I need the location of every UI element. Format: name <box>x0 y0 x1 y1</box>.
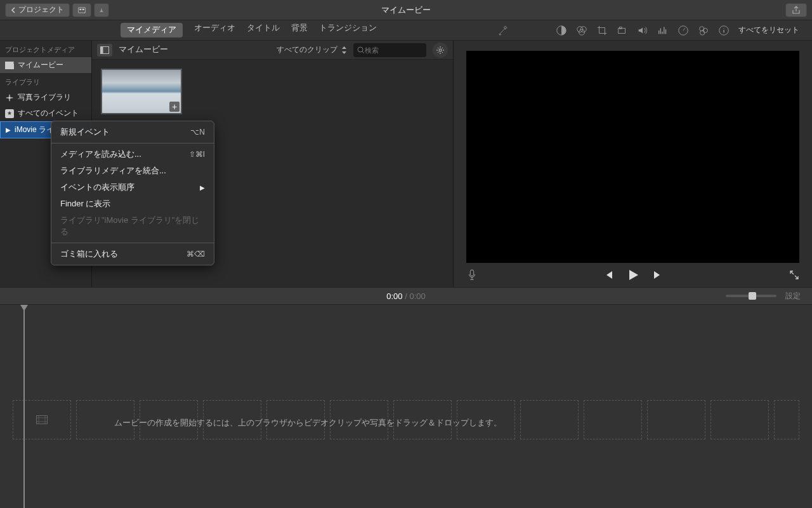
menu-new-event[interactable]: 新規イベント ⌥N <box>51 124 214 140</box>
timeline-drop-slot[interactable] <box>13 400 71 439</box>
updown-arrows-icon <box>341 46 347 54</box>
sidebar-label-photo: 写真ライブラリ <box>18 92 71 103</box>
back-to-projects-button[interactable]: プロジェクト <box>5 3 70 17</box>
timeline-settings-button[interactable]: 設定 <box>785 291 801 302</box>
menu-separator <box>51 243 214 243</box>
secondary-toolbar: マイメディア オーディオ タイトル 背景 トランジション すべてをリセット <box>0 20 812 41</box>
volume-icon[interactable] <box>637 25 648 36</box>
timeline-header: 0:00 / 0:00 設定 <box>0 287 812 305</box>
next-button[interactable] <box>653 270 663 280</box>
zoom-slider[interactable] <box>726 295 776 297</box>
menu-label: 新規イベント <box>60 126 110 138</box>
color-correction-icon[interactable] <box>576 25 587 36</box>
sidebar-item-photo-library[interactable]: 写真ライブラリ <box>0 90 91 105</box>
window-title: マイムービー <box>381 4 431 16</box>
menu-import-media[interactable]: メディアを読み込む... ⇧⌘I <box>51 146 214 163</box>
menu-consolidate[interactable]: ライブラリメディアを統合... <box>51 163 214 179</box>
svg-point-20 <box>358 47 363 52</box>
menu-shortcut: ⇧⌘I <box>189 150 205 159</box>
timeline-drop-slot[interactable] <box>584 400 642 439</box>
filmstrip-icon: ♪ <box>78 6 86 14</box>
tab-background[interactable]: 背景 <box>291 23 308 37</box>
current-time: 0:00 <box>386 291 402 301</box>
svg-point-21 <box>439 49 442 51</box>
flower-icon <box>5 93 14 102</box>
video-clip-thumbnail[interactable]: + <box>101 69 182 114</box>
download-arrow-icon <box>100 6 103 14</box>
menu-shortcut: ⌥N <box>190 128 205 137</box>
chevron-left-icon <box>11 7 16 13</box>
playhead[interactable] <box>23 305 25 508</box>
timeline-drop-slot[interactable] <box>710 400 769 439</box>
media-tabs: マイメディア オーディオ タイトル 背景 トランジション <box>121 23 377 37</box>
search-input[interactable] <box>365 46 409 54</box>
menu-label: ライブラリメディアを統合... <box>60 165 166 177</box>
share-button[interactable] <box>785 3 807 17</box>
top-toolbar: プロジェクト ♪ マイムービー <box>0 0 812 20</box>
fullscreen-button[interactable] <box>789 270 799 280</box>
browser-title: マイムービー <box>119 44 168 55</box>
timeline-drop-slot[interactable] <box>774 400 799 439</box>
menu-show-in-finder[interactable]: Finder に表示 <box>51 196 214 212</box>
menu-label: イベントの表示順序 <box>60 182 134 193</box>
clip-filter-dropdown[interactable]: すべてのクリップ <box>277 44 347 55</box>
filter-icon[interactable] <box>698 25 709 36</box>
reset-all-button[interactable]: すべてをリセット <box>738 25 799 36</box>
preview-viewport[interactable] <box>466 51 799 263</box>
submenu-arrow-icon: ▶ <box>200 184 205 191</box>
sidebar-label-all-events: すべてのイベント <box>18 108 79 119</box>
tab-transition[interactable]: トランジション <box>319 23 377 37</box>
microphone-icon[interactable] <box>466 269 478 281</box>
share-icon <box>792 6 801 15</box>
tab-my-media[interactable]: マイメディア <box>121 23 183 37</box>
sidebar-label-my-movie: マイムービー <box>18 60 63 70</box>
svg-text:♪: ♪ <box>84 10 85 13</box>
clapperboard-icon <box>5 62 14 69</box>
media-button[interactable]: ♪ <box>72 3 91 17</box>
info-icon[interactable] <box>718 25 730 36</box>
browser-settings-button[interactable] <box>433 43 448 58</box>
add-clip-button[interactable]: + <box>169 102 180 112</box>
tab-title[interactable]: タイトル <box>247 23 280 37</box>
timeline-drop-slot[interactable] <box>520 400 579 439</box>
library-context-menu: 新規イベント ⌥N メディアを読み込む... ⇧⌘I ライブラリメディアを統合.… <box>51 121 214 265</box>
sidebar-icon <box>100 46 109 54</box>
menu-close-library: ライブラリ"iMovie ライブラリ"を閉じる <box>51 212 214 240</box>
svg-rect-2 <box>82 8 84 10</box>
browser-bar: マイムービー すべてのクリップ <box>92 41 453 60</box>
star-icon <box>5 109 14 118</box>
menu-separator <box>51 143 214 144</box>
svg-point-16 <box>8 97 11 99</box>
svg-rect-15 <box>5 64 14 69</box>
play-button[interactable] <box>626 268 640 282</box>
menu-shortcut: ⌘⌫ <box>187 250 205 258</box>
preview-controls <box>466 263 799 287</box>
panel-toggle-button[interactable] <box>97 44 112 57</box>
preview-panel <box>454 41 812 287</box>
magic-wand-icon[interactable] <box>497 25 509 36</box>
menu-label: Finder に表示 <box>60 198 110 210</box>
import-button[interactable] <box>94 3 109 17</box>
tab-audio[interactable]: オーディオ <box>194 23 235 37</box>
menu-sort-order[interactable]: イベントの表示順序 ▶ <box>51 179 214 196</box>
zoom-thumb[interactable] <box>749 292 756 300</box>
menu-trash[interactable]: ゴミ箱に入れる ⌘⌫ <box>51 246 214 262</box>
svg-rect-22 <box>470 270 473 276</box>
speed-icon[interactable] <box>678 25 689 36</box>
menu-label: ライブラリ"iMovie ライブラリ"を閉じる <box>60 215 205 237</box>
prev-button[interactable] <box>603 270 613 280</box>
stabilize-icon[interactable] <box>617 25 628 36</box>
menu-label: ゴミ箱に入れる <box>60 248 118 260</box>
color-balance-icon[interactable] <box>556 25 567 36</box>
svg-rect-1 <box>79 8 81 10</box>
timeline[interactable]: ムービーの作成を開始するには、上のブラウザからビデオクリップや写真をドラッグ＆ド… <box>0 305 812 508</box>
timeline-drop-slot[interactable] <box>647 400 705 439</box>
search-field[interactable] <box>353 43 426 57</box>
crop-icon[interactable] <box>596 25 608 36</box>
sidebar-item-all-events[interactable]: すべてのイベント <box>0 105 91 121</box>
sidebar-item-my-movie[interactable]: マイムービー <box>0 57 91 73</box>
adjust-toolbar: すべてをリセット <box>497 25 812 36</box>
disclosure-triangle-icon: ▶ <box>6 126 11 133</box>
timeline-empty-message: ムービーの作成を開始するには、上のブラウザからビデオクリップや写真をドラッグ＆ド… <box>114 417 502 429</box>
equalizer-icon[interactable] <box>657 25 669 36</box>
